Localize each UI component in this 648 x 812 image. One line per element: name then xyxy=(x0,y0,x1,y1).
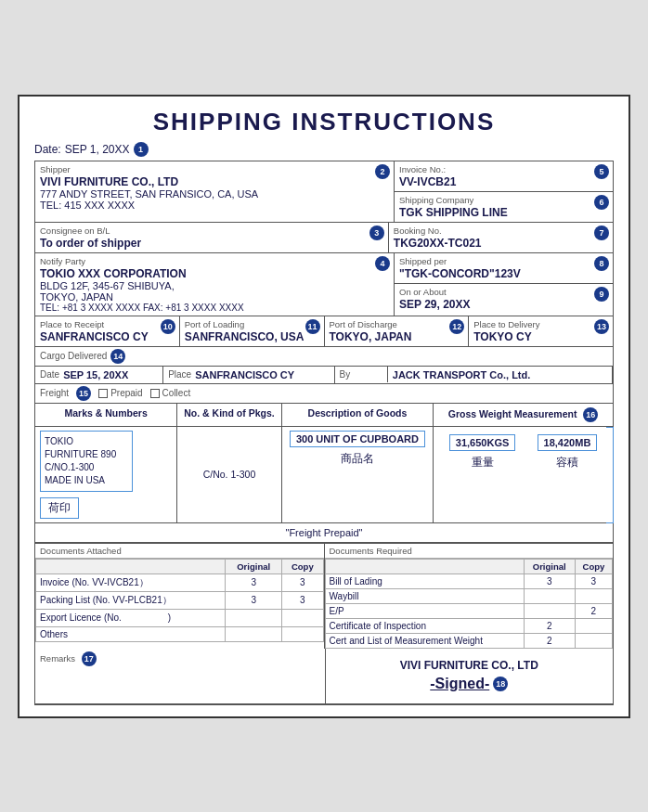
shipper-label: Shipper xyxy=(40,164,389,174)
doc-required-copy: 2 xyxy=(575,603,612,618)
place-receipt-cell: Place to Receipt 10 SANFRANCISCO CY xyxy=(35,316,180,346)
docs-required-label: Documents Required xyxy=(325,544,614,559)
circle-10: 10 xyxy=(161,319,175,334)
shipping-company-label: Shipping Company xyxy=(399,195,608,205)
circle-3: 3 xyxy=(369,226,384,240)
notify-line2: BLDG 12F, 345-67 SHIBUYA, xyxy=(40,280,389,291)
date-value: SEP 1, 20XX xyxy=(65,143,130,156)
doc-attached-copy: 3 xyxy=(282,574,323,591)
shipper-line3: TEL: 415 XXX XXXX xyxy=(40,200,389,211)
doc-attached-name: Invoice (No. VV-IVCB21） xyxy=(36,574,226,591)
places-row: Place to Receipt 10 SANFRANCISCO CY Port… xyxy=(35,316,613,347)
list-item: Others xyxy=(36,626,324,641)
booking-value: TKG20XX-TC021 xyxy=(394,237,608,250)
on-or-about-value: SEP 29, 20XX xyxy=(399,298,608,311)
circle-14: 14 xyxy=(110,349,125,364)
invoice-label: Invoice No.: xyxy=(399,164,608,174)
weight-box: 31,650KGS xyxy=(449,434,515,451)
doc-attached-name: Others xyxy=(36,626,226,641)
weight-group: 31,650KGS 重量 xyxy=(449,434,515,470)
doc-required-name: Waybill xyxy=(325,588,524,603)
list-item: Export Licence (No. ) xyxy=(36,609,324,626)
measurement-group: 18,420MB 容積 xyxy=(538,434,598,470)
booking-label: Booking No. xyxy=(394,226,608,236)
marks-line4: MADE IN USA xyxy=(45,475,105,485)
circle-11: 11 xyxy=(305,319,320,334)
docs-required-th-orig: Original xyxy=(524,559,575,574)
place-delivery-cell: Place to Delivery 13 TOKYO CY xyxy=(469,316,613,346)
list-item: Packing List (No. VV-PLCB21） 3 3 xyxy=(36,591,324,609)
notify-row: Notify Party 4 TOKIO XXX CORPORATION BLD… xyxy=(35,253,613,316)
circle-1: 1 xyxy=(134,142,149,157)
place-receipt-value: SANFRANCISCO CY xyxy=(40,330,175,343)
doc-required-copy xyxy=(575,618,612,633)
weight-annotation-label: 重量 xyxy=(472,455,494,470)
list-item: E/P 2 xyxy=(325,603,613,618)
date-line: Date: SEP 1, 20XX 1 xyxy=(34,142,614,157)
collect-item: Collect xyxy=(150,388,191,398)
consignee-cell: Consignee on B/L 3 To order of shipper xyxy=(35,223,389,252)
on-or-about-cell: On or About 9 SEP 29, 20XX xyxy=(395,284,613,314)
doc-required-orig: 2 xyxy=(524,618,575,633)
measurement-box: 18,420MB xyxy=(538,434,598,451)
date-place-by-row: Date SEP 15, 20XX Place SANFRANCISCO CY … xyxy=(35,367,613,384)
circle-7: 7 xyxy=(594,226,609,240)
by-value: JACK TRANSPORT Co., Ltd. xyxy=(393,369,531,380)
prepaid-checkbox[interactable] xyxy=(98,389,108,398)
by-value-cell: JACK TRANSPORT Co., Ltd. xyxy=(388,367,613,383)
hanko-box: 荷印 xyxy=(40,497,79,519)
th-gross-weight: Gross Weight Measurement 16 xyxy=(434,404,613,426)
freight-label: Freight xyxy=(40,388,69,398)
docs-attached-table: Original Copy Invoice (No. VV-IVCB21） 3 … xyxy=(35,559,324,642)
circle-17: 17 xyxy=(82,651,97,666)
table-data-row: TOKIO FURNITURE 890 C/NO.1-300 MADE IN U… xyxy=(35,427,613,523)
td-description: 300 UNIT OF CUPBOARD 商品名 xyxy=(282,427,434,522)
docs-required-th-copy: Copy xyxy=(575,559,612,574)
invoice-block: Invoice No.: 5 VV-IVCB21 Shipping Compan… xyxy=(395,161,613,222)
signature-company: VIVI FURNITURE CO., LTD xyxy=(400,659,538,672)
signed-text: -Signed- xyxy=(430,676,489,692)
freight-prepaid-row: "Freight Prepaid" xyxy=(35,523,613,543)
list-item: Certificate of Inspection 2 xyxy=(325,618,613,633)
marks-box: TOKIO FURNITURE 890 C/NO.1-300 MADE IN U… xyxy=(40,431,133,492)
freight-row: Freight 15 Prepaid Collect xyxy=(35,384,613,404)
remarks-left: Remarks 17 xyxy=(35,649,326,703)
table-header-row: Marks & Numbers No. & Kind of Pkgs. Desc… xyxy=(35,404,613,427)
circle-8: 8 xyxy=(594,256,609,271)
doc-required-orig: 3 xyxy=(524,574,575,588)
docs-required-section: Documents Required Original Copy Bill of… xyxy=(325,544,614,649)
consignee-label: Consignee on B/L xyxy=(40,226,383,236)
place-row-label: Place xyxy=(168,369,191,380)
doc-attached-name: Export Licence (No. ) xyxy=(36,609,226,626)
shipping-company-value: TGK SHIPPING LINE xyxy=(399,206,608,219)
invoice-value: VV-IVCB21 xyxy=(399,175,608,188)
shipped-per-cell: Shipped per 8 "TGK-CONCORD"123V xyxy=(395,253,613,284)
documents-section: Documents Attached Original Copy Invoice… xyxy=(35,543,613,649)
shipped-per-value: "TGK-CONCORD"123V xyxy=(399,267,608,280)
doc-attached-orig: 3 xyxy=(226,591,282,609)
collect-checkbox[interactable] xyxy=(150,389,160,398)
date-row-value: SEP 15, 20XX xyxy=(63,369,128,380)
doc-required-copy xyxy=(575,633,612,648)
page-title: SHIPPING INSTRUCTIONS xyxy=(34,108,614,136)
circle-13: 13 xyxy=(594,319,609,334)
doc-required-copy xyxy=(575,588,612,603)
notify-line1: TOKIO XXX CORPORATION xyxy=(40,267,389,280)
doc-attached-copy xyxy=(282,609,323,626)
circle-4: 4 xyxy=(375,256,390,271)
invoice-top: Invoice No.: 5 VV-IVCB21 xyxy=(395,161,613,192)
notify-label: Notify Party xyxy=(40,256,389,266)
shipper-line2: 777 ANDY STREET, SAN FRANSICO, CA, USA xyxy=(40,188,389,200)
shipped-block: Shipped per 8 "TGK-CONCORD"123V On or Ab… xyxy=(395,253,613,316)
notify-cell: Notify Party 4 TOKIO XXX CORPORATION BLD… xyxy=(35,253,395,316)
docs-attached-th-copy: Copy xyxy=(282,559,323,574)
doc-attached-orig xyxy=(226,626,282,641)
doc-attached-orig xyxy=(226,609,282,626)
doc-required-copy: 3 xyxy=(575,574,612,588)
doc-required-orig xyxy=(524,588,575,603)
freight-prepaid-value: "Freight Prepaid" xyxy=(285,527,362,538)
circle-15: 15 xyxy=(76,386,91,401)
port-loading-label: Port of Loading xyxy=(185,319,319,329)
doc-required-name: Bill of Lading xyxy=(325,574,524,588)
th-description: Description of Goods xyxy=(282,404,434,426)
